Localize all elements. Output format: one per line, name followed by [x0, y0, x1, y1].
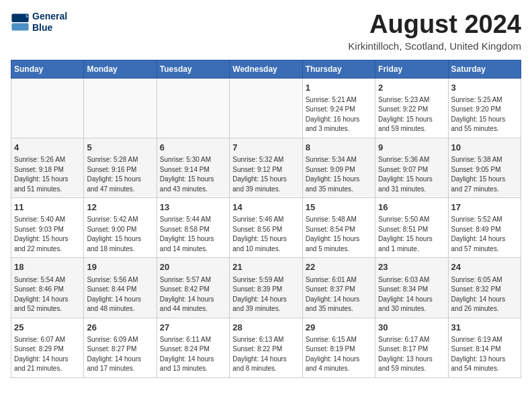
day-info: and 26 minutes.	[451, 304, 518, 314]
day-info: Sunset: 8:29 PM	[14, 345, 81, 355]
day-number: 17	[451, 201, 518, 214]
day-info: Sunset: 8:54 PM	[306, 225, 372, 235]
day-info: and 30 minutes.	[378, 304, 445, 314]
day-info: and 1 minute.	[378, 244, 445, 255]
title-area: August 2024 Kirkintilloch, Scotland, Uni…	[348, 11, 521, 52]
day-number: 7	[232, 142, 299, 154]
day-info: Daylight: 15 hours	[160, 175, 226, 185]
day-number: 14	[232, 201, 299, 214]
day-info: Sunset: 9:14 PM	[160, 165, 226, 175]
day-info: Daylight: 15 hours	[306, 234, 372, 244]
day-info: Daylight: 13 hours	[378, 355, 445, 365]
month-title: August 2024	[348, 11, 521, 39]
calendar-cell: 10Sunrise: 5:38 AMSunset: 9:05 PMDayligh…	[448, 138, 521, 197]
day-info: and 22 minutes.	[14, 244, 81, 255]
day-info: and 59 minutes.	[378, 364, 445, 374]
calendar-cell: 21Sunrise: 5:59 AMSunset: 8:39 PMDayligh…	[230, 258, 302, 318]
day-number: 2	[378, 82, 445, 94]
day-info: Sunrise: 6:15 AM	[306, 335, 372, 345]
day-info: Daylight: 14 hours	[451, 295, 518, 305]
day-info: and 21 minutes.	[14, 364, 81, 374]
day-info: Sunrise: 6:13 AM	[232, 335, 299, 345]
day-info: Sunset: 8:37 PM	[306, 285, 372, 295]
day-info: Sunrise: 5:42 AM	[87, 215, 153, 225]
day-number: 21	[232, 261, 299, 273]
day-info: and 59 minutes.	[378, 124, 445, 134]
day-number: 11	[14, 201, 81, 214]
day-info: and 17 minutes.	[87, 364, 153, 374]
day-number: 25	[14, 322, 81, 334]
day-info: Sunset: 9:00 PM	[87, 225, 153, 235]
day-info: and 51 minutes.	[14, 185, 81, 195]
day-info: Sunset: 8:58 PM	[160, 225, 226, 235]
day-info: Daylight: 15 hours	[306, 175, 372, 185]
calendar-cell: 16Sunrise: 5:50 AMSunset: 8:51 PMDayligh…	[375, 198, 448, 258]
day-number: 31	[451, 322, 518, 334]
calendar-week-2: 4Sunrise: 5:26 AMSunset: 9:18 PMDaylight…	[11, 138, 521, 197]
day-info: and 4 minutes.	[306, 364, 372, 374]
calendar-body: 1Sunrise: 5:21 AMSunset: 9:24 PMDaylight…	[11, 78, 521, 377]
calendar-cell: 7Sunrise: 5:32 AMSunset: 9:12 PMDaylight…	[230, 138, 302, 197]
calendar-cell: 22Sunrise: 6:01 AMSunset: 8:37 PMDayligh…	[302, 258, 375, 318]
calendar-cell: 2Sunrise: 5:23 AMSunset: 9:22 PMDaylight…	[375, 78, 448, 138]
calendar-cell: 12Sunrise: 5:42 AMSunset: 9:00 PMDayligh…	[84, 198, 157, 258]
day-info: and 47 minutes.	[87, 185, 153, 195]
calendar-cell: 3Sunrise: 5:25 AMSunset: 9:20 PMDaylight…	[448, 78, 521, 138]
svg-rect-1	[11, 23, 28, 30]
day-info: and 55 minutes.	[451, 124, 518, 134]
day-info: and 5 minutes.	[306, 244, 372, 255]
day-number: 13	[160, 201, 226, 214]
calendar-cell: 4Sunrise: 5:26 AMSunset: 9:18 PMDaylight…	[11, 138, 84, 197]
day-info: Sunset: 8:17 PM	[378, 345, 445, 355]
calendar-cell: 18Sunrise: 5:54 AMSunset: 8:46 PMDayligh…	[11, 258, 84, 318]
day-info: Sunrise: 5:48 AM	[306, 215, 372, 225]
day-info: Sunset: 8:56 PM	[232, 225, 299, 235]
day-info: Daylight: 15 hours	[378, 175, 445, 185]
day-info: Sunrise: 5:23 AM	[378, 95, 445, 105]
day-info: Daylight: 16 hours	[306, 115, 372, 125]
day-info: Sunset: 8:42 PM	[160, 285, 226, 295]
day-info: Sunrise: 5:46 AM	[232, 215, 299, 225]
calendar-cell: 15Sunrise: 5:48 AMSunset: 8:54 PMDayligh…	[302, 198, 375, 258]
calendar-cell	[157, 78, 229, 138]
day-info: Sunset: 8:24 PM	[160, 345, 226, 355]
day-info: Sunset: 9:20 PM	[451, 105, 518, 115]
calendar-week-3: 11Sunrise: 5:40 AMSunset: 9:03 PMDayligh…	[11, 198, 521, 258]
calendar-cell: 9Sunrise: 5:36 AMSunset: 9:07 PMDaylight…	[375, 138, 448, 197]
day-number: 15	[306, 201, 372, 214]
day-info: Sunrise: 5:30 AM	[160, 155, 226, 165]
day-info: Daylight: 14 hours	[306, 295, 372, 305]
day-info: Sunrise: 6:11 AM	[160, 335, 226, 345]
day-info: Sunrise: 5:32 AM	[232, 155, 299, 165]
calendar-cell: 25Sunrise: 6:07 AMSunset: 8:29 PMDayligh…	[11, 318, 84, 377]
day-info: Sunrise: 5:57 AM	[160, 275, 226, 285]
day-info: Sunrise: 5:59 AM	[232, 275, 299, 285]
day-info: and 18 minutes.	[87, 244, 153, 255]
logo: General Blue	[11, 11, 67, 34]
day-info: Daylight: 14 hours	[87, 295, 153, 305]
day-info: and 35 minutes.	[306, 304, 372, 314]
day-info: Sunrise: 5:36 AM	[378, 155, 445, 165]
day-number: 22	[306, 261, 372, 273]
day-info: Daylight: 14 hours	[306, 355, 372, 365]
day-info: Daylight: 13 hours	[451, 355, 518, 365]
day-info: Sunset: 8:46 PM	[14, 285, 81, 295]
day-info: Sunset: 9:24 PM	[306, 105, 372, 115]
calendar-cell: 27Sunrise: 6:11 AMSunset: 8:24 PMDayligh…	[157, 318, 229, 377]
calendar-cell: 24Sunrise: 6:05 AMSunset: 8:32 PMDayligh…	[448, 258, 521, 318]
day-number: 5	[87, 142, 153, 154]
day-number: 6	[160, 142, 226, 154]
day-info: and 27 minutes.	[451, 185, 518, 195]
calendar-cell: 17Sunrise: 5:52 AMSunset: 8:49 PMDayligh…	[448, 198, 521, 258]
day-info: Daylight: 14 hours	[14, 295, 81, 305]
day-info: and 52 minutes.	[14, 304, 81, 314]
day-number: 26	[87, 322, 153, 334]
day-info: Sunset: 8:19 PM	[306, 345, 372, 355]
day-info: Daylight: 15 hours	[160, 234, 226, 244]
day-info: Daylight: 15 hours	[232, 234, 299, 244]
day-info: Sunrise: 5:50 AM	[378, 215, 445, 225]
day-info: Sunrise: 5:28 AM	[87, 155, 153, 165]
header-saturday: Saturday	[448, 60, 521, 78]
day-info: Sunrise: 6:07 AM	[14, 335, 81, 345]
logo-text-line1: General	[32, 11, 67, 22]
